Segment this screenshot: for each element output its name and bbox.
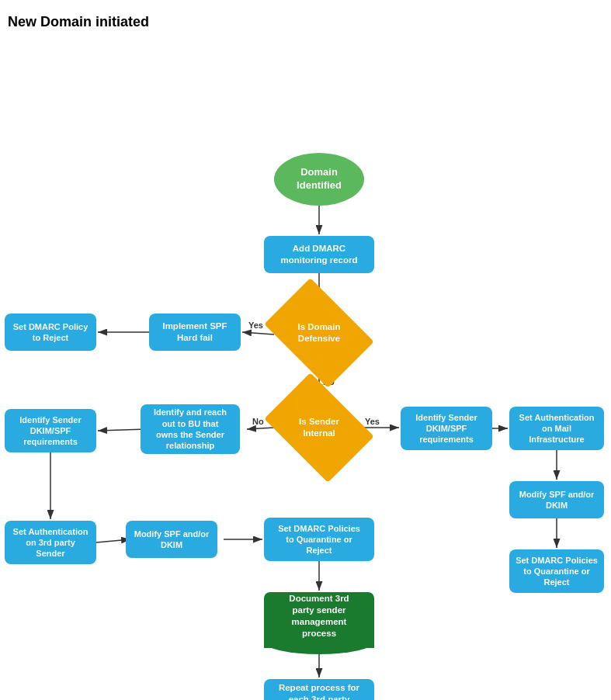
node-repeat-process: Repeat process foreach 3rd partySender [264,679,374,700]
svg-text:Yes: Yes [248,321,263,330]
node-domain-identified: DomainIdentified [274,153,364,206]
node-identify-sender-left: Identify SenderDKIM/SPFrequirements [5,409,96,452]
diagram: No Yes Yes No DomainIdentified [0,38,611,700]
node-is-sender-internal: Is SenderInternal [274,395,364,460]
svg-line-5 [242,332,274,334]
svg-line-15 [98,429,146,431]
node-modify-spf-right: Modify SPF and/orDKIM [509,481,604,518]
node-is-domain-defensive: Is DomainDefensive [274,300,364,366]
node-set-dmarc-reject: Set DMARC Policyto Reject [5,314,96,351]
node-set-dmarc-qr-right: Set DMARC Policiesto Quarantine orReject [509,549,604,593]
svg-line-10 [247,428,274,429]
node-modify-spf-left: Modify SPF and/orDKIM [126,521,217,558]
svg-text:Yes: Yes [365,417,380,426]
node-identify-sender-right: Identify SenderDKIM/SPFrequirements [401,407,492,450]
node-identify-bu: Identify and reachout to BU thatowns the… [141,404,240,454]
node-implement-spf: Implement SPFHard fail [149,314,241,351]
node-add-dmarc: Add DMARCmonitoring record [264,236,374,273]
node-set-auth-3rd: Set Authenticationon 3rd partySender [5,521,96,564]
node-set-auth-mail: Set Authenticationon MailInfrastructure [509,407,604,450]
page-title: New Domain initiated [0,0,611,30]
node-set-dmarc-qr-center: Set DMARC Policiesto Quarantine orReject [264,518,374,561]
svg-text:No: No [252,417,264,426]
node-document-3rd: Document 3rdparty sendermanagementproces… [264,592,374,648]
